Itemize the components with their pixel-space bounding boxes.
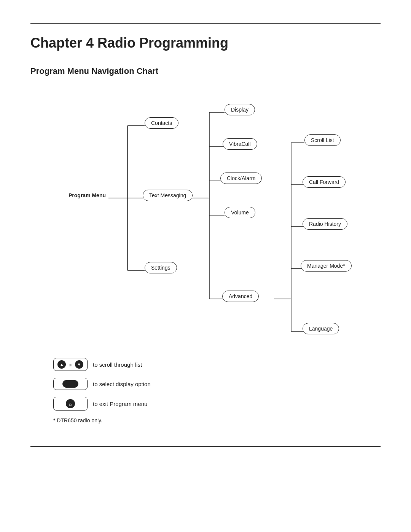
node-vibracall: VibraCall [223,138,257,150]
node-text-messaging: Text Messaging [143,190,193,201]
node-radio-history: Radio History [303,218,347,230]
top-rule [30,23,381,24]
select-text: to select display option [93,381,151,387]
legend: ▲ or ▼ to scroll through list to select … [53,358,381,411]
bottom-rule [30,446,381,447]
down-icon: ▼ [75,360,83,369]
node-clock-alarm: Clock/Alarm [220,173,262,184]
node-call-forward: Call Forward [303,176,346,188]
node-advanced: Advanced [222,291,259,302]
legend-item-scroll: ▲ or ▼ to scroll through list [53,358,381,371]
legend-exit-box: ⌂ [53,397,88,411]
home-icon: ⌂ [66,399,75,408]
up-icon: ▲ [57,360,66,369]
node-language: Language [303,323,339,334]
exit-text: to exit Program menu [93,401,147,407]
program-menu-label: Program Menu [68,192,106,198]
node-volume: Volume [225,207,255,218]
chapter-title: Chapter 4 Radio Programming [30,35,381,51]
node-settings: Settings [145,262,177,273]
legend-scroll-box: ▲ or ▼ [53,358,88,371]
node-scroll-list: Scroll List [304,134,341,146]
or-label: or [68,362,73,367]
nav-chart: Program Menu Contacts Text Messaging Set… [30,88,381,347]
footnote: * DTR650 radio only. [53,417,381,423]
chart-lines [30,88,381,347]
node-contacts: Contacts [145,117,178,129]
node-manager-mode: Manager Mode* [301,260,352,272]
node-display: Display [225,104,255,115]
legend-item-select: to select display option [53,378,381,390]
legend-item-exit: ⌂ to exit Program menu [53,397,381,411]
section-title: Program Menu Navigation Chart [30,66,381,76]
legend-select-box [53,378,88,390]
scroll-text: to scroll through list [93,361,142,368]
oval-icon [62,380,78,388]
